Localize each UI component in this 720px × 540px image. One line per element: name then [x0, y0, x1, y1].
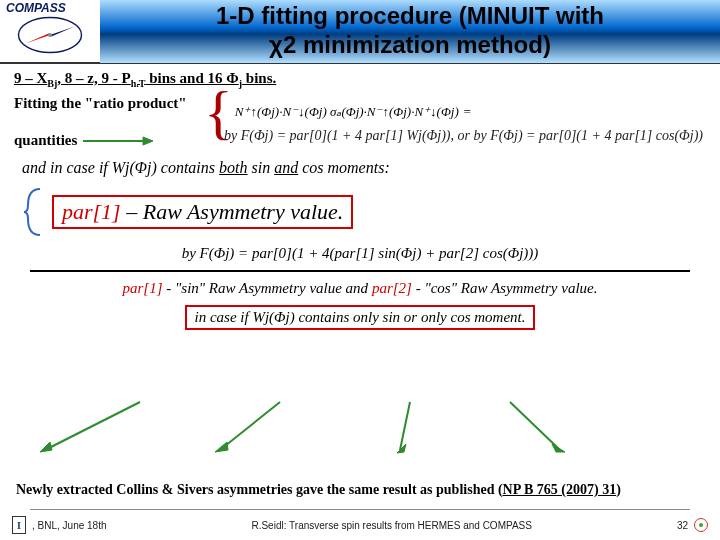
- case-both-word: both: [219, 159, 247, 176]
- svg-line-10: [400, 402, 410, 450]
- formula-denominator: σₐ(Φj)·N⁻↑(Φj)·N⁺↓(Φj): [330, 104, 459, 119]
- footer-rule: [30, 509, 690, 510]
- fitting-label: Fitting the "ratio product": [14, 95, 194, 112]
- illinois-logo-icon: I: [12, 516, 26, 534]
- case-both: and in case if Wj(Φj) contains both sin …: [22, 159, 698, 177]
- ratio-formula: N⁺↑(Φj)·N⁻↓(Φj) σₐ(Φj)·N⁻↑(Φj)·N⁺↓(Φj) =: [235, 104, 472, 120]
- bins-mid1: , 8 – z, 9 - P: [57, 70, 130, 86]
- svg-marker-1: [26, 34, 51, 44]
- svg-marker-13: [552, 444, 565, 452]
- slide-title: 1-D fitting procedure (MINUIT with χ2 mi…: [216, 2, 604, 60]
- compass-logo: COMPASS: [0, 0, 100, 63]
- case-only-text: in case if Wj(Φj) contains only sin or o…: [185, 305, 536, 330]
- raw-text: Raw Asymmetry value.: [143, 199, 344, 224]
- footer-center-text: R.Seidl: Transverse spin results from HE…: [251, 520, 531, 531]
- svg-marker-9: [215, 442, 228, 452]
- content-area: 9 – XBj, 8 – z, 9 - Ph.T bins and 16 Φj …: [0, 64, 720, 330]
- newly-link[interactable]: NP B 765 (2007) 31: [503, 482, 617, 497]
- ratio-row: Fitting the "ratio product" quantities {…: [14, 95, 706, 149]
- blue-brace-icon: [22, 187, 44, 237]
- slide-number: 32: [677, 520, 688, 531]
- arrow-right-icon: [83, 134, 153, 148]
- case-and-word: and: [274, 159, 298, 176]
- sincos-t1: - "sin" Raw Asymmetry value and: [163, 280, 372, 296]
- raw-asym-row: par[1] – Raw Asymmetry value.: [22, 187, 698, 237]
- title-line1: 1-D fitting procedure (MINUIT with: [216, 2, 604, 29]
- divider: [30, 270, 690, 272]
- svg-marker-2: [50, 27, 75, 37]
- quantities-label: quantities: [14, 132, 77, 149]
- fit-rhs: by F(Φj) = par[0](1 + 4 par[1] Wj(Φj)), …: [224, 128, 703, 143]
- footer-left-text: , BNL, June 18th: [32, 520, 107, 531]
- formula-center: by F(Φj) = par[0](1 + 4(par[1] sin(Φj) +…: [14, 245, 706, 262]
- par1-label: par[1]: [62, 199, 121, 224]
- case-both-prefix: and in case if Wj(Φj) contains: [22, 159, 219, 176]
- case-both-suffix: cos moments:: [302, 159, 390, 176]
- formula-numerator: N⁺↑(Φj)·N⁻↓(Φj): [235, 104, 327, 119]
- formula-eq: =: [463, 104, 472, 120]
- dot-logo-icon: [694, 518, 708, 532]
- title-line2: χ2 minimization method): [269, 31, 551, 58]
- newly-suffix: ): [616, 482, 621, 497]
- left-brace-icon: {: [204, 100, 233, 124]
- logo-text: COMPASS: [6, 1, 66, 15]
- svg-line-8: [220, 402, 280, 450]
- compass-icon: [15, 10, 85, 60]
- newly-text: Newly extracted Collins & Sivers asymmet…: [16, 482, 503, 497]
- svg-line-6: [45, 402, 140, 450]
- newly-extracted: Newly extracted Collins & Sivers asymmet…: [0, 482, 637, 498]
- raw-dash: –: [121, 199, 143, 224]
- bins-description: 9 – XBj, 8 – z, 9 - Ph.T bins and 16 Φj …: [14, 70, 706, 89]
- svg-point-3: [48, 33, 52, 37]
- case-both-mid: sin: [252, 159, 275, 176]
- slide-header: COMPASS 1-D fitting procedure (MINUIT wi…: [0, 0, 720, 64]
- bins-prefix: 9 – X: [14, 70, 47, 86]
- svg-marker-7: [40, 442, 52, 452]
- sincos-p1: par[1]: [122, 280, 162, 296]
- bins-sub1: Bj: [47, 78, 57, 89]
- sincos-p2: par[2]: [372, 280, 412, 296]
- bins-suffix: bins.: [242, 70, 276, 86]
- case-only-row: in case if Wj(Φj) contains only sin or o…: [14, 305, 706, 330]
- bins-sub2: h.T: [131, 78, 146, 89]
- svg-line-12: [510, 402, 560, 450]
- sincos-line: par[1] - "sin" Raw Asymmetry value and p…: [14, 280, 706, 297]
- green-arrows-icon: [20, 400, 690, 460]
- title-banner: 1-D fitting procedure (MINUIT with χ2 mi…: [100, 0, 720, 63]
- fit-functions: by F(Φj) = par[0](1 + 4 par[1] Wj(Φj)), …: [224, 128, 706, 144]
- slide-footer: I , BNL, June 18th R.Seidl: Transverse s…: [0, 516, 720, 534]
- sincos-t2: - "cos" Raw Asymmetry value.: [412, 280, 598, 296]
- svg-marker-5: [143, 137, 153, 145]
